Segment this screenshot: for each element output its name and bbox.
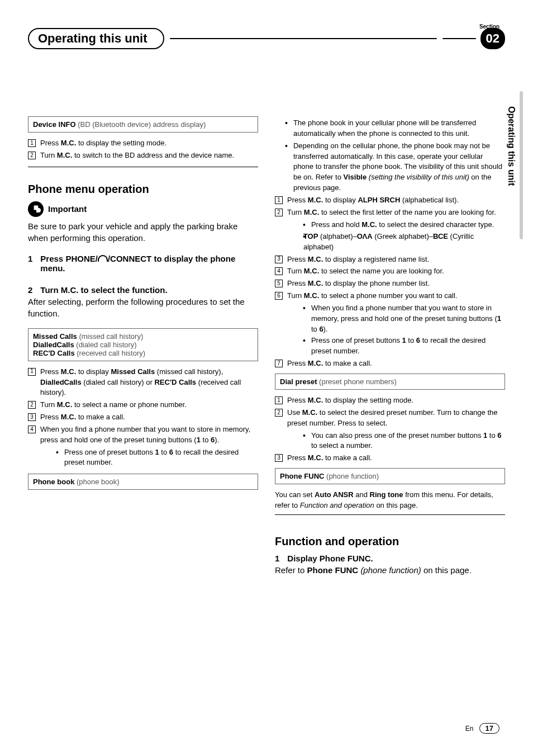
step1-heading: 1 Press PHONE//CONNECT to display the ph… xyxy=(28,254,258,273)
badge-line xyxy=(442,38,476,39)
device-step: 2Turn M.C. to switch to the BD address a… xyxy=(28,150,258,161)
step-num: 2 xyxy=(28,152,36,159)
step-text: When you find a phone number that you wa… xyxy=(40,424,258,446)
right-column: The phone book in your cellular phone wi… xyxy=(275,116,505,585)
section-badge: 02 xyxy=(442,28,505,49)
nested-bullet: You can also press one of the preset num… xyxy=(303,431,505,452)
separator xyxy=(28,167,258,167)
pb-step: 6Turn M.C. to select a phone number you … xyxy=(275,291,505,301)
pb-step: 5Press M.C. to display the phone number … xyxy=(275,278,505,289)
important-text: Be sure to park your vehicle and apply t… xyxy=(28,220,258,244)
step-text: Turn M.C. to select a name or phone numb… xyxy=(40,400,258,410)
calls-step: 1Press M.C. to display Missed Calls (mis… xyxy=(28,367,258,399)
bullet: Depending on the cellular phone, the pho… xyxy=(285,141,505,193)
phone-icon xyxy=(98,255,108,262)
dp-step: 2Use M.C. to select the desired preset n… xyxy=(275,408,505,429)
page-footer: En 17 xyxy=(465,723,499,734)
side-bar xyxy=(520,91,523,239)
step-text: Press M.C. to display the setting mode. xyxy=(40,138,258,149)
page-title-pill: Operating this unit xyxy=(28,28,164,49)
dp-step: 3Press M.C. to make a call. xyxy=(275,453,505,464)
func-step1-heading: 1 Display Phone FUNC. xyxy=(275,554,505,563)
phone-menu-heading: Phone menu operation xyxy=(28,183,258,196)
section-number: 02 xyxy=(480,28,505,49)
nested-text: TOP (alphabet)–ΟΛΑ (Greek alphabet)–ВСЕ … xyxy=(303,231,505,253)
pb-step: 3Press M.C. to display a registered name… xyxy=(275,254,505,265)
left-column: Device INFO (BD (Bluetooth device) addre… xyxy=(28,116,258,585)
page-header: Operating this unit 02 xyxy=(28,28,505,49)
section-label: Section xyxy=(479,23,499,30)
pb-step: 2Turn M.C. to select the first letter of… xyxy=(275,207,505,218)
step-number: 2 xyxy=(28,285,32,295)
pb-step: 7Press M.C. to make a call. xyxy=(275,358,505,369)
pb-step: 1Press M.C. to display ALPH SRCH (alphab… xyxy=(275,195,505,206)
device-info-box: Device INFO (BD (Bluetooth device) addre… xyxy=(28,116,258,133)
calls-box: Missed Calls (missed call history) Diall… xyxy=(28,328,258,361)
nested-bullet: When you find a phone number that you wa… xyxy=(303,303,505,335)
calls-step: 2Turn M.C. to select a name or phone num… xyxy=(28,400,258,410)
step-title: Turn M.C. to select the function. xyxy=(40,285,167,295)
header-line xyxy=(170,38,437,39)
dial-preset-box: Dial preset (preset phone numbers) xyxy=(275,374,505,390)
calls-step: 4When you find a phone number that you w… xyxy=(28,424,258,446)
phone-func-box: Phone FUNC (phone function) xyxy=(275,468,505,484)
page-number: 17 xyxy=(479,723,499,734)
step-text: Press M.C. to display Missed Calls (miss… xyxy=(40,367,258,399)
page-title: Operating this unit xyxy=(38,31,147,46)
separator xyxy=(275,514,505,515)
step-text: Press M.C. to make a call. xyxy=(40,412,258,423)
step-text: Turn M.C. to switch to the BD address an… xyxy=(40,150,258,161)
nested-bullet: Press one of preset buttons 1 to 6 to re… xyxy=(303,336,505,357)
device-step: 1Press M.C. to display the setting mode. xyxy=(28,138,258,149)
step2-body: After selecting, perform the following p… xyxy=(28,296,258,319)
dp-step: 1Press M.C. to display the setting mode. xyxy=(275,395,505,406)
nested-bullet: Press one of preset buttons 1 to 6 to re… xyxy=(56,447,258,469)
step-number: 1 xyxy=(28,254,32,273)
calls-step: 3Press M.C. to make a call. xyxy=(28,412,258,423)
step-title: Press PHONE//CONNECT to display the phon… xyxy=(40,254,258,273)
step-num: 1 xyxy=(28,139,36,147)
important-label: Important xyxy=(48,204,87,214)
footer-lang: En xyxy=(465,725,474,733)
phonebook-box: Phone book (phone book) xyxy=(28,474,258,490)
device-info-title: Device INFO xyxy=(33,120,76,129)
nested-bullet: Press and hold M.C. to select the desire… xyxy=(303,220,505,230)
pb-step: 4Turn M.C. to select the name you are lo… xyxy=(275,266,505,277)
bullet: The phone book in your cellular phone wi… xyxy=(285,118,505,139)
important-icon xyxy=(28,201,44,217)
phone-func-text: You can set Auto ANSR and Ring tone from… xyxy=(275,490,505,511)
function-operation-heading: Function and operation xyxy=(275,535,505,548)
device-info-sub: (BD (Bluetooth device) address display) xyxy=(76,120,206,129)
step2-heading: 2 Turn M.C. to select the function. xyxy=(28,285,258,295)
func-step1-body: Refer to Phone FUNC (phone function) on … xyxy=(275,564,505,576)
important-row: Important xyxy=(28,201,258,217)
side-tab: Operating this unit xyxy=(506,106,516,186)
